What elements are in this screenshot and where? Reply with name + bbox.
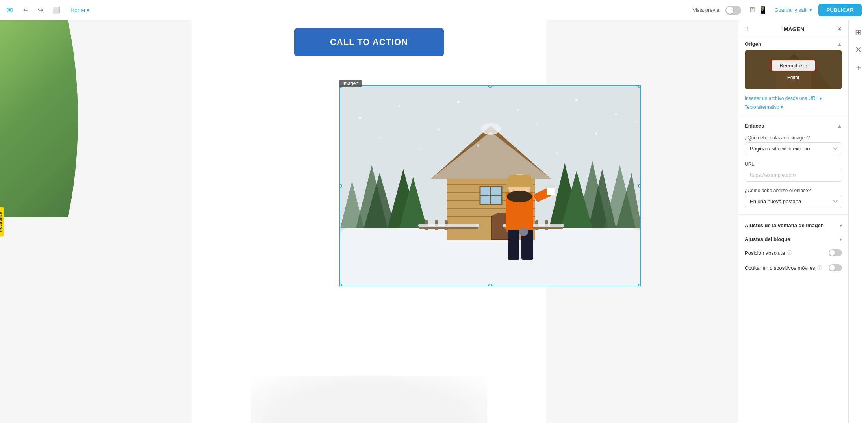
posicion-absoluta-row: Posición absoluta ⓘ	[738, 245, 848, 260]
enlaces-label: Enlaces	[745, 123, 764, 129]
canvas-content: Feedback CALL TO ACTION Imagen	[0, 20, 738, 423]
panel-header: ⠿ IMAGEN ✕	[738, 20, 848, 36]
svg-point-56	[575, 99, 578, 101]
origen-label: Origen	[745, 41, 761, 47]
resize-handle-tr[interactable]	[638, 85, 641, 88]
cta-button[interactable]: CALL TO ACTION	[294, 28, 444, 56]
scene-image	[340, 86, 641, 286]
alt-text-chevron-icon: ▾	[781, 104, 783, 110]
resize-handle-br[interactable]	[638, 284, 641, 286]
svg-point-45	[507, 191, 532, 202]
resize-handle-mr[interactable]	[638, 184, 641, 188]
image-preview[interactable]: Reemplazar Editar	[745, 50, 842, 89]
topbar: ✉ ↩ ↪ ⬜ Home ▾ Vista previa 🖥 📱 Guardar …	[0, 0, 868, 20]
url-link-chevron-icon: ▾	[820, 96, 822, 101]
panel-title: IMAGEN	[749, 26, 837, 32]
svg-point-60	[536, 123, 538, 124]
svg-point-52	[359, 117, 361, 119]
right-panel: ⠿ IMAGEN ✕ Origen ▲ Reemplazar Editar In…	[738, 20, 848, 423]
hierarchy-icon[interactable]: ⊞	[853, 25, 864, 39]
abrir-select[interactable]: En una nueva pestaña	[745, 195, 842, 208]
guardar-label: Guardar y salir	[774, 7, 808, 13]
alt-text-link[interactable]: Texto alternativo ▾	[738, 103, 848, 111]
block-settings-label: Ajustes del bloque	[745, 236, 790, 242]
imagen-label: Imagen	[339, 80, 362, 87]
guardar-button[interactable]: Guardar y salir ▾	[774, 7, 812, 13]
svg-point-65	[556, 152, 558, 154]
svg-point-54	[457, 101, 460, 103]
enlaces-section-header[interactable]: Enlaces ▲	[738, 118, 848, 132]
publicar-button[interactable]: PUBLICAR	[818, 4, 862, 16]
guardar-chevron-icon: ▾	[809, 7, 812, 13]
image-settings-label: Ajustes de la ventana de imagen	[745, 223, 824, 228]
divider-2	[738, 214, 848, 215]
block-settings-arrow-icon: ▾	[840, 237, 842, 242]
divider-1	[738, 115, 848, 115]
resize-handle-bl[interactable]	[339, 284, 342, 286]
svg-point-64	[477, 144, 479, 147]
ocultar-info-icon[interactable]: ⓘ	[817, 265, 822, 271]
origen-section-header[interactable]: Origen ▲	[738, 36, 848, 50]
feedback-tab[interactable]: Feedback	[0, 207, 4, 237]
ocultar-moviles-toggle[interactable]	[829, 264, 842, 271]
home-label: Home	[70, 7, 85, 13]
canvas-area: Feedback CALL TO ACTION Imagen	[0, 20, 738, 423]
enlazar-question: ¿Qué debe enlazar tu imagen?	[738, 132, 848, 142]
posicion-absoluta-label: Posición absoluta ⓘ	[745, 250, 792, 256]
posicion-info-icon[interactable]: ⓘ	[787, 250, 792, 256]
bottom-decor	[251, 376, 487, 423]
ocultar-moviles-row: Ocultar en dispositivos móviles ⓘ	[738, 260, 848, 275]
mobile-icon[interactable]: 📱	[758, 5, 768, 15]
resize-handle-bc[interactable]	[488, 284, 492, 286]
svg-point-21	[481, 123, 501, 135]
image-preview-overlay: Reemplazar Editar	[745, 50, 842, 89]
svg-point-62	[635, 121, 636, 122]
image-container[interactable]	[339, 85, 641, 286]
enlazar-select[interactable]: Página o sitio web externo	[745, 142, 842, 155]
mail-icon: ✉	[6, 6, 13, 15]
image-settings-header[interactable]: Ajustes de la ventana de imagen ▾	[738, 218, 848, 232]
svg-point-53	[399, 105, 400, 107]
leaf-background	[0, 20, 87, 217]
url-label: URL	[738, 158, 848, 169]
alt-text-link-text: Texto alternativo	[745, 104, 779, 110]
image-settings-arrow-icon: ▾	[840, 223, 842, 228]
far-right-bar: ⊞ ✕ ＋	[848, 20, 868, 423]
home-button[interactable]: Home ▾	[67, 6, 93, 15]
svg-point-59	[438, 128, 440, 131]
svg-point-51	[519, 228, 528, 236]
redo-button[interactable]: ↪	[35, 5, 45, 15]
svg-rect-49	[508, 230, 519, 260]
svg-point-57	[615, 113, 617, 115]
vista-previa-label: Vista previa	[692, 7, 719, 13]
svg-point-55	[517, 109, 518, 111]
desktop-icon[interactable]: 🖥	[747, 5, 756, 15]
close-button[interactable]: ✕	[837, 25, 842, 33]
svg-rect-44	[506, 184, 533, 187]
vista-previa-toggle[interactable]	[725, 6, 741, 15]
url-link[interactable]: Insertar un archivo desde una URL ▾	[738, 94, 848, 103]
svg-point-61	[595, 132, 597, 135]
save-button[interactable]: ⬜	[50, 5, 63, 15]
reemplazar-button[interactable]: Reemplazar	[771, 59, 816, 72]
plus-icon[interactable]: ＋	[852, 60, 865, 75]
svg-point-63	[418, 148, 420, 150]
chevron-down-icon: ▾	[87, 7, 89, 13]
enlaces-arrow-icon: ▲	[837, 123, 842, 129]
x-icon[interactable]: ✕	[853, 43, 864, 57]
svg-point-58	[379, 137, 380, 138]
url-input[interactable]	[745, 169, 842, 182]
svg-rect-39	[418, 224, 479, 227]
main-area: Feedback CALL TO ACTION Imagen	[0, 20, 868, 423]
posicion-absoluta-toggle[interactable]	[829, 249, 842, 256]
canvas-page: CALL TO ACTION Imagen	[192, 20, 546, 423]
abrir-question: ¿Cómo debe abrirse el enlace?	[738, 185, 848, 195]
origen-arrow-icon: ▲	[837, 41, 842, 47]
url-link-text: Insertar un archivo desde una URL	[745, 96, 818, 101]
editar-text[interactable]: Editar	[787, 75, 799, 80]
drag-icon[interactable]: ⠿	[745, 26, 749, 32]
block-settings-header[interactable]: Ajustes del bloque ▾	[738, 232, 848, 245]
device-icons: 🖥 📱	[747, 5, 768, 15]
undo-button[interactable]: ↩	[21, 5, 31, 15]
svg-rect-48	[547, 184, 555, 188]
